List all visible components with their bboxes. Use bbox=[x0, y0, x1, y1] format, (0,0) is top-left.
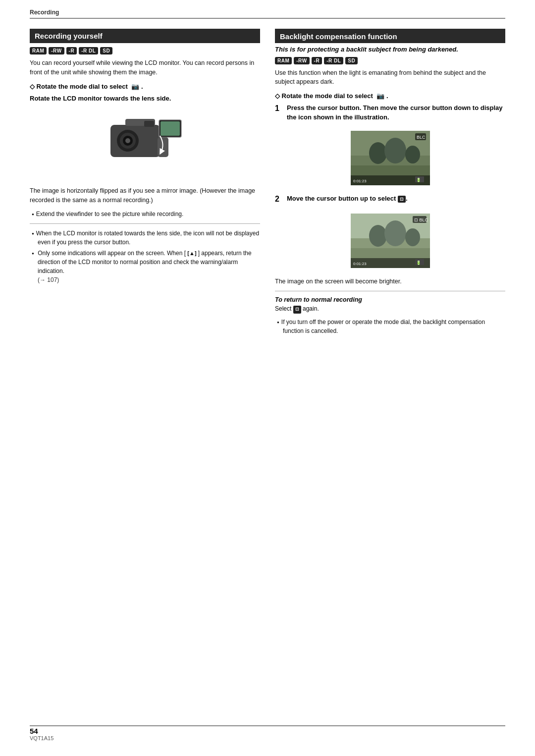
left-note-2: Only some indications will appear on the… bbox=[30, 249, 260, 284]
bottom-rule bbox=[30, 725, 505, 726]
svg-point-13 bbox=[384, 138, 406, 163]
screen-image-2-container: ⊡ BLC 0:01:23 🔋 bbox=[275, 209, 505, 273]
right-subtitle: This is for protecting a backlit subject… bbox=[275, 45, 505, 54]
svg-point-25 bbox=[384, 220, 406, 246]
right-after-image-text: The image on the screen will become brig… bbox=[275, 277, 505, 286]
svg-point-24 bbox=[369, 225, 387, 247]
left-rotate-heading: ◇ Rotate the mode dial to select 📷 . bbox=[30, 82, 260, 91]
left-badges: RAM -RW -R -R DL SD bbox=[30, 47, 260, 54]
svg-text:⊡ BLC: ⊡ BLC bbox=[414, 217, 428, 222]
step-2-content: Move the cursor button up to select ⊡. bbox=[287, 194, 505, 203]
left-note-section: When the LCD monitor is rotated towards … bbox=[30, 229, 260, 284]
step-1-content: Press the cursor button. Then move the c… bbox=[287, 104, 505, 121]
step-2: 2 Move the cursor button up to select ⊡. bbox=[275, 194, 505, 205]
bottom-rule-container bbox=[0, 725, 535, 726]
return-select-icon: ⊡ bbox=[293, 306, 301, 314]
svg-text:🔋: 🔋 bbox=[416, 260, 421, 265]
warning-icon: [▲] bbox=[187, 250, 198, 256]
badge-r: -R bbox=[66, 47, 77, 54]
footer-left: 54 VQT1A15 bbox=[30, 727, 54, 741]
return-title: To return to normal recording bbox=[275, 296, 505, 303]
svg-text:0:01:23: 0:01:23 bbox=[353, 262, 367, 266]
right-body-text: Use this function when the light is eman… bbox=[275, 68, 505, 87]
right-column: Backlight compensation function This is … bbox=[275, 29, 505, 338]
svg-point-26 bbox=[405, 228, 420, 246]
step-2-text: Move the cursor button up to select ⊡. bbox=[287, 194, 505, 203]
left-rotate-text: ◇ Rotate the mode dial to select bbox=[30, 83, 128, 90]
right-badge-r: -R bbox=[312, 57, 322, 64]
svg-text:🔋: 🔋 bbox=[416, 177, 421, 182]
left-bullet-section-1: Extend the viewfinder to see the picture… bbox=[30, 210, 260, 218]
return-text: Select ⊡ again. bbox=[275, 304, 505, 314]
badge-rw: -RW bbox=[49, 47, 64, 54]
screen-image-2: ⊡ BLC 0:01:23 🔋 bbox=[351, 214, 430, 268]
svg-rect-6 bbox=[160, 121, 180, 136]
left-section-title: Recording yourself bbox=[30, 29, 260, 43]
right-divider-1 bbox=[275, 291, 505, 291]
left-intro-text: You can record yourself while viewing th… bbox=[30, 58, 260, 77]
screen-image-1-container: BLC 0:01:23 🔋 bbox=[275, 126, 505, 190]
screen-svg-2: ⊡ BLC 0:01:23 🔋 bbox=[351, 214, 430, 268]
camcorder-icon: 📷 bbox=[131, 82, 139, 91]
screen-svg-1: BLC 0:01:23 🔋 bbox=[351, 131, 430, 185]
section-label: Recording bbox=[30, 9, 505, 16]
right-badge-ram: RAM bbox=[275, 57, 292, 64]
step-1-num: 1 bbox=[275, 104, 284, 114]
left-column: Recording yourself RAM -RW -R -R DL SD Y… bbox=[30, 29, 260, 338]
right-badge-rw: -RW bbox=[294, 57, 309, 64]
content-area: Recording yourself RAM -RW -R -R DL SD Y… bbox=[0, 19, 535, 338]
step-1: 1 Press the cursor button. Then move the… bbox=[275, 104, 505, 121]
right-camcorder-icon: 📷 bbox=[376, 92, 384, 101]
page-number: 54 bbox=[30, 727, 54, 735]
step-1-text: Press the cursor button. Then move the c… bbox=[287, 104, 505, 121]
screen-image-1: BLC 0:01:23 🔋 bbox=[351, 131, 430, 185]
svg-rect-9 bbox=[144, 121, 154, 127]
top-header: Recording bbox=[0, 0, 535, 19]
right-badges: RAM -RW -R -R DL SD bbox=[275, 57, 505, 64]
left-caption-text: The image is horizontally flipped as if … bbox=[30, 186, 260, 205]
left-bullet-1: Extend the viewfinder to see the picture… bbox=[30, 210, 260, 218]
svg-point-4 bbox=[125, 138, 130, 143]
left-divider-1 bbox=[30, 223, 260, 224]
svg-text:BLC: BLC bbox=[417, 135, 426, 140]
select-icon: ⊡ bbox=[398, 196, 406, 203]
right-section-title: Backlight compensation function bbox=[275, 29, 505, 43]
badge-sd: SD bbox=[100, 47, 112, 54]
svg-point-14 bbox=[405, 146, 420, 163]
camcorder-image-container bbox=[30, 110, 260, 179]
right-badge-rdl: -R DL bbox=[324, 57, 343, 64]
svg-text:0:01:23: 0:01:23 bbox=[353, 179, 367, 183]
badge-rdl: -R DL bbox=[79, 47, 98, 54]
right-note-1: If you turn off the power or operate the… bbox=[275, 318, 505, 335]
right-rotate-heading: ◇ Rotate the mode dial to select 📷 . bbox=[275, 92, 505, 101]
right-note-section: If you turn off the power or operate the… bbox=[275, 318, 505, 335]
camcorder-svg bbox=[101, 110, 190, 179]
left-rotate-heading2: Rotate the LCD monitor towards the lens … bbox=[30, 94, 260, 103]
badge-ram: RAM bbox=[30, 47, 47, 54]
svg-point-12 bbox=[369, 142, 387, 164]
left-note-1: When the LCD monitor is rotated towards … bbox=[30, 229, 260, 247]
step-2-num: 2 bbox=[275, 194, 284, 205]
page: Recording Recording yourself RAM -RW -R … bbox=[0, 0, 535, 756]
model-number: VQT1A15 bbox=[30, 735, 54, 741]
page-ref: (→ 107) bbox=[38, 276, 59, 283]
camcorder-image bbox=[101, 110, 190, 179]
right-badge-sd: SD bbox=[345, 57, 358, 64]
footer: 54 VQT1A15 bbox=[30, 727, 505, 741]
